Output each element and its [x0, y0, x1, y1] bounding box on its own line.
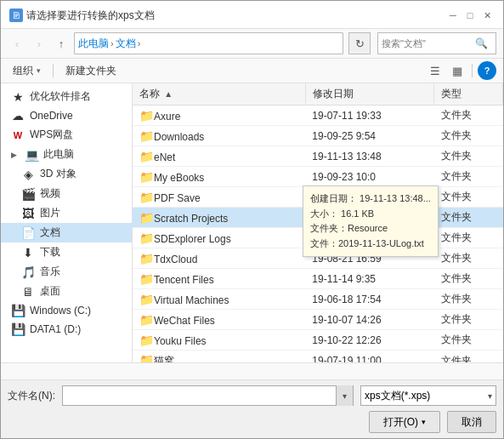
file-type: 文件夹	[434, 228, 503, 248]
sidebar-item-videos[interactable]: 🎬 视频	[1, 184, 132, 203]
file-modified: 19-09-25 9:54	[305, 126, 433, 146]
action-toolbar: 组织 ▾ 新建文件夹 ☰ ▦ ?	[1, 59, 503, 83]
address-bar[interactable]: 此电脑 › 文档 ›	[74, 32, 343, 54]
file-modified: 19-06-18 17:54	[305, 289, 433, 310]
status-bar	[1, 362, 503, 379]
sidebar-item-thispc[interactable]: ▶ 💻 此电脑	[1, 145, 132, 164]
filetype-chevron-icon: ▾	[488, 391, 492, 401]
table-row[interactable]: 📁eNet19-11-13 13:48文件夹	[133, 146, 503, 167]
file-modified: 19-11-13 13:48	[305, 146, 433, 167]
table-row[interactable]: 📁Downloads19-09-25 9:54文件夹	[133, 126, 503, 146]
folder-icon: 📁	[139, 252, 154, 265]
file-type: 文件夹	[434, 351, 503, 363]
file-name: TdxCloud	[154, 254, 197, 265]
file-name: SDExplorer Logs	[154, 233, 231, 245]
file-dialog: 🖹 请选择要进行转换的xps文档 ─ □ ✕ ‹ › ↑ 此电脑 › 文档 › …	[0, 0, 504, 439]
sidebar-item-drivc[interactable]: 💾 Windows (C:)	[1, 301, 132, 320]
file-type: 文件夹	[434, 248, 503, 269]
forward-button[interactable]: ›	[30, 34, 48, 53]
file-name: 猫窝	[154, 355, 174, 362]
table-row[interactable]: 📁Virtual Machines19-06-18 17:54文件夹	[133, 289, 503, 310]
search-icon[interactable]: 🔍	[475, 37, 488, 49]
crumb-computer[interactable]: 此电脑	[78, 37, 109, 51]
organize-button[interactable]: 组织 ▾	[8, 62, 46, 80]
new-folder-button[interactable]: 新建文件夹	[60, 62, 122, 80]
table-row[interactable]: 📁猫窝19-07-19 11:00文件夹	[133, 351, 503, 363]
toolbar-right-section: ☰ ▦ ?	[426, 61, 496, 80]
bottom-bar: 文件名(N): ▾ xps文档(*.xps) ▾ 打开(O) ▾ 取消	[1, 379, 503, 438]
file-type: 文件夹	[434, 208, 503, 228]
3dobjects-icon: ◈	[21, 168, 35, 181]
folder-icon: 📁	[139, 272, 154, 286]
sort-icon: ▲	[164, 89, 173, 99]
tooltip-created: 创建日期： 19-11-13 13:48...	[310, 191, 431, 207]
search-bar: 🔍	[377, 32, 496, 54]
table-row[interactable]: 📁My eBooks19-09-23 10:0文件夹	[133, 167, 503, 187]
wps-icon: W	[11, 128, 25, 142]
sidebar-item-music[interactable]: 🎵 音乐	[1, 262, 132, 282]
file-modified: 19-11-14 9:35	[305, 269, 433, 289]
sidebar-item-pictures[interactable]: 🖼 图片	[1, 203, 132, 223]
folder-icon: 📁	[139, 231, 154, 245]
desktop-icon: 🖥	[21, 285, 35, 299]
sidebar-item-3dobjects[interactable]: ◈ 3D 对象	[1, 164, 132, 184]
tooltip-size: 大小： 16.1 KB	[310, 207, 431, 222]
breadcrumb: 此电脑 › 文档 ›	[78, 37, 140, 51]
file-tooltip: 创建日期： 19-11-13 13:48... 大小： 16.1 KB 文件夹：…	[303, 185, 439, 257]
open-chevron-icon: ▾	[422, 418, 426, 426]
file-type: 文件夹	[434, 330, 503, 351]
sidebar-item-downloads[interactable]: ⬇ 下载	[1, 242, 132, 262]
close-button[interactable]: ✕	[479, 8, 495, 23]
up-button[interactable]: ↑	[52, 34, 71, 53]
filetype-select[interactable]: xps文档(*.xps) ▾	[360, 385, 496, 406]
table-row[interactable]: 📁Tencent Files19-11-14 9:35文件夹	[133, 269, 503, 289]
file-modified: 19-09-23 10:0	[305, 167, 433, 187]
downloads-icon: ⬇	[21, 246, 35, 259]
folder-icon: 📁	[139, 211, 154, 225]
view-grid-button[interactable]: ▦	[448, 61, 467, 80]
action-row: 打开(O) ▾ 取消	[8, 411, 496, 433]
back-button[interactable]: ‹	[8, 34, 26, 53]
filename-dropdown-button[interactable]: ▾	[336, 385, 353, 406]
table-row[interactable]: 📁WeChat Files19-10-07 14:26文件夹	[133, 310, 503, 330]
folder-icon: 📁	[139, 293, 154, 306]
col-modified-header[interactable]: 修改日期	[305, 83, 433, 105]
view-list-button[interactable]: ☰	[426, 61, 445, 80]
sidebar-item-onedrive[interactable]: ☁ OneDrive	[1, 106, 132, 125]
file-area: 名称 ▲ 修改日期 类型 📁Axure19-07-11 19:33文件夹📁Dow…	[133, 83, 503, 362]
maximize-button[interactable]: □	[462, 8, 478, 23]
videos-icon: 🎬	[21, 187, 35, 201]
drivd-icon: 💾	[11, 322, 25, 336]
file-type: 文件夹	[434, 187, 503, 208]
music-icon: 🎵	[21, 265, 35, 279]
title-bar-left: 🖹 请选择要进行转换的xps文档	[9, 9, 155, 23]
table-row[interactable]: 📁Youku Files19-10-22 12:26文件夹	[133, 330, 503, 351]
nav-toolbar: ‹ › ↑ 此电脑 › 文档 › ↻ 🔍	[1, 29, 503, 59]
minimize-button[interactable]: ─	[445, 8, 461, 23]
file-name: Virtual Machines	[154, 294, 229, 306]
filename-row: 文件名(N): ▾ xps文档(*.xps) ▾	[8, 385, 496, 406]
help-button[interactable]: ?	[478, 61, 496, 80]
sidebar-item-documents[interactable]: 📄 文档	[1, 223, 132, 242]
filename-input[interactable]	[63, 390, 336, 402]
search-input[interactable]	[382, 38, 475, 48]
file-type: 文件夹	[434, 105, 503, 126]
col-type-header[interactable]: 类型	[434, 83, 503, 105]
sidebar-item-favorites[interactable]: ★ 优化软件排名	[1, 87, 132, 106]
folder-icon: 📁	[139, 353, 154, 362]
open-button[interactable]: 打开(O) ▾	[369, 411, 440, 433]
refresh-button[interactable]: ↻	[348, 32, 371, 54]
col-name-header[interactable]: 名称 ▲	[133, 83, 305, 105]
sidebar-item-wps[interactable]: W WPS网盘	[1, 125, 132, 145]
favorites-icon: ★	[11, 90, 25, 104]
title-bar: 🖹 请选择要进行转换的xps文档 ─ □ ✕	[1, 1, 503, 29]
crumb-documents[interactable]: 文档	[116, 37, 136, 51]
tooltip-folder: 文件夹：Resource	[310, 221, 431, 237]
sidebar-item-drivd[interactable]: 💾 DATA1 (D:)	[1, 320, 132, 339]
file-modified: 19-07-11 19:33	[305, 105, 433, 126]
cancel-button[interactable]: 取消	[447, 411, 496, 433]
file-modified: 19-10-22 12:26	[305, 330, 433, 351]
folder-icon: 📁	[139, 109, 154, 123]
sidebar-item-desktop[interactable]: 🖥 桌面	[1, 282, 132, 301]
table-row[interactable]: 📁Axure19-07-11 19:33文件夹	[133, 105, 503, 126]
